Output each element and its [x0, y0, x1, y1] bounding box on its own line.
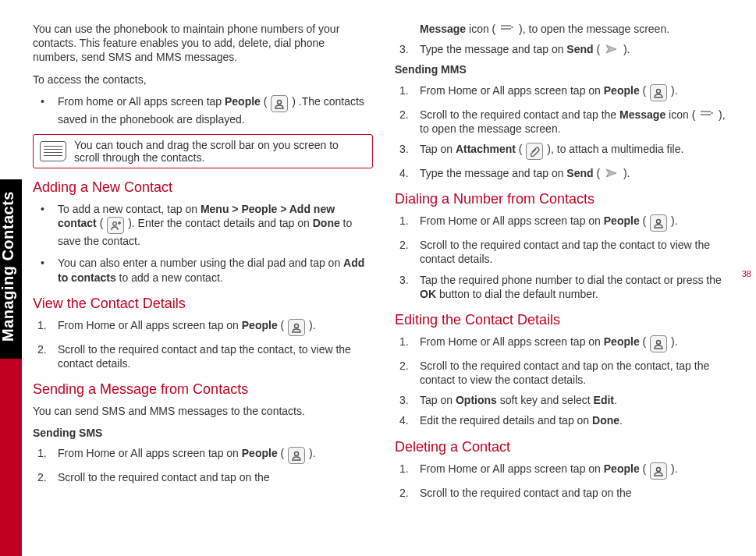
column-left: You can use the phonebook to maintain ph… — [33, 22, 373, 506]
note-callout: You can touch and drag the scroll bar on… — [33, 134, 373, 168]
add-contact-icon — [107, 217, 124, 234]
note-text: You can touch and drag the scroll bar on… — [74, 139, 366, 164]
sms-item-2: 2.Scroll to the required contact and tap… — [33, 470, 373, 484]
edit-item-2: 2.Scroll to the required contact and tap… — [395, 359, 735, 387]
edit-list: 1. From Home or All apps screen tap on P… — [395, 335, 735, 428]
side-tab-red — [0, 359, 22, 556]
heading-send-message: Sending a Message from Contacts — [33, 381, 373, 398]
people-icon — [650, 84, 667, 101]
heading-mms: Sending MMS — [395, 62, 735, 76]
heading-view-contact: View the Contact Details — [33, 296, 373, 312]
note-icon — [40, 141, 66, 161]
mms-item-2: 2. Scroll to the required contact and ta… — [395, 108, 735, 136]
sms-list: 1. From Home or All apps screen tap on P… — [33, 446, 373, 484]
side-tab-top — [0, 0, 22, 179]
message-icon — [500, 23, 514, 34]
send-icon — [605, 168, 619, 179]
people-icon — [288, 319, 305, 336]
view-item-1: 1. From Home or All apps screen tap on P… — [33, 318, 373, 336]
intro-para-1: You can use the phonebook to maintain ph… — [33, 22, 373, 65]
edit-item-3: 3. Tap on Options soft key and select Ed… — [395, 393, 735, 407]
side-tab: Managing Contacts — [0, 0, 22, 556]
access-list: From home or All apps screen tap People … — [33, 94, 373, 126]
column-right: Message icon ( ), to open the message sc… — [395, 22, 735, 506]
add-item-1: To add a new contact, tap on Menu > Peop… — [33, 202, 373, 248]
del-item-2: 2.Scroll to the required contact and tap… — [395, 486, 735, 500]
sms-item-3: 3. Type the message and tap on Send ( ). — [395, 42, 735, 56]
dial-item-3: 3. Tap the required phone number to dial… — [395, 273, 735, 301]
page-content: You can use the phonebook to maintain ph… — [33, 22, 735, 506]
mms-item-3: 3. Tap on Attachment ( ), to attach a mu… — [395, 142, 735, 160]
add-list: To add a new contact, tap on Menu > Peop… — [33, 202, 373, 285]
people-icon — [650, 335, 667, 352]
edit-item-4: 4. Edit the required details and tap on … — [395, 413, 735, 427]
del-item-1: 1. From Home or All apps screen tap on P… — [395, 462, 735, 480]
send-intro: You can send SMS and MMS messages to the… — [33, 404, 373, 418]
access-item: From home or All apps screen tap People … — [33, 94, 373, 126]
mms-item-1: 1. From Home or All apps screen tap on P… — [395, 83, 735, 101]
people-icon — [650, 462, 667, 480]
send-icon — [605, 44, 619, 55]
heading-dial: Dialing a Number from Contacts — [395, 191, 735, 207]
view-item-2: 2.Scroll to the required contact and tap… — [33, 342, 373, 370]
attachment-icon — [526, 143, 543, 160]
side-tab-label: Managing Contacts — [0, 189, 17, 345]
heading-sms: Sending SMS — [33, 426, 373, 440]
people-icon — [271, 95, 288, 112]
dial-item-1: 1. From Home or All apps screen tap on P… — [395, 214, 735, 232]
mms-list: 1. From Home or All apps screen tap on P… — [395, 83, 735, 181]
sms-list-cont: 3. Type the message and tap on Send ( ). — [395, 42, 735, 56]
message-icon — [700, 109, 714, 120]
intro-para-2: To access the contacts, — [33, 73, 373, 87]
add-item-2: You can also enter a number using the di… — [33, 256, 373, 284]
people-icon — [288, 447, 305, 464]
view-list: 1. From Home or All apps screen tap on P… — [33, 318, 373, 370]
sms-item-1: 1. From Home or All apps screen tap on P… — [33, 446, 373, 464]
sms-item-2-cont: Message icon ( ), to open the message sc… — [395, 22, 735, 36]
dial-item-2: 2.Scroll to the required contact and tap… — [395, 238, 735, 266]
page-number: 38 — [742, 269, 751, 278]
edit-item-1: 1. From Home or All apps screen tap on P… — [395, 335, 735, 352]
heading-edit: Editing the Contact Details — [395, 312, 735, 328]
del-list: 1. From Home or All apps screen tap on P… — [395, 462, 735, 500]
people-icon — [650, 214, 667, 232]
mms-item-4: 4. Type the message and tap on Send ( ). — [395, 166, 735, 180]
heading-add-contact: Adding a New Contact — [33, 179, 373, 196]
dial-list: 1. From Home or All apps screen tap on P… — [395, 214, 735, 301]
heading-delete: Deleting a Contact — [395, 439, 735, 455]
